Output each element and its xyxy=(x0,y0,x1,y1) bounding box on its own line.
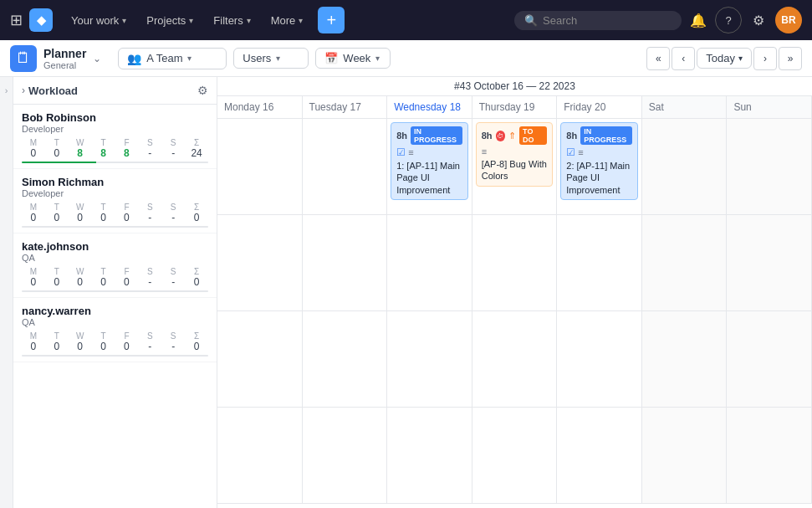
day-label: S xyxy=(138,138,161,147)
main-content: › › Workload ⚙ Bob RobinsonDeveloperMTWT… xyxy=(0,77,812,508)
calendar-cell xyxy=(642,311,728,408)
calendar-body: 8hIN PROGRESS☑≡1: [AP-11] Main Page UI I… xyxy=(217,119,812,508)
your-work-chevron: ▾ xyxy=(122,16,126,25)
day-value: 0 xyxy=(69,212,92,223)
calendar-cell xyxy=(217,215,303,311)
search-box[interactable]: 🔍 xyxy=(514,11,682,30)
day-value: 0 xyxy=(45,341,69,352)
team-icon: 👥 xyxy=(127,52,141,65)
projects-nav[interactable]: Projects ▾ xyxy=(138,11,202,30)
days-header: Monday 16Tuesday 17Wednesday 18Thursday … xyxy=(217,96,812,119)
day-label: M xyxy=(22,203,45,212)
first-week-button[interactable]: « xyxy=(646,47,670,70)
days-grid: MTWTFSSΣ00000--0 xyxy=(22,331,208,357)
day-label: S xyxy=(161,331,185,341)
day-header: Friday 20 xyxy=(557,96,642,118)
calendar-cell xyxy=(727,119,812,215)
notification-button[interactable]: 🔔 xyxy=(685,7,712,33)
day-label: T xyxy=(45,203,69,212)
workload-expand-chevron[interactable]: › xyxy=(22,85,25,96)
sidebar-users: Bob RobinsonDeveloperMTWTFSSΣ00888--24Si… xyxy=(13,105,217,362)
grid-icon[interactable]: ⊞ xyxy=(10,11,23,29)
task-icons: ☑≡ xyxy=(396,146,462,158)
app-title: Planner General xyxy=(43,47,86,70)
status-badge: IN PROGRESS xyxy=(580,126,632,145)
settings-button[interactable]: ⚙ xyxy=(745,7,772,33)
avatar[interactable]: BR xyxy=(775,7,802,33)
day-value: 0 xyxy=(22,147,45,159)
more-nav[interactable]: More ▾ xyxy=(263,11,312,30)
user-name: kate.johnson xyxy=(22,240,208,253)
day-value: 0 xyxy=(22,276,45,288)
app-title-sub: General xyxy=(43,60,86,70)
day-label: M xyxy=(22,331,45,341)
logo[interactable]: ◆ xyxy=(29,8,53,32)
calendar-cell: 8hIN PROGRESS☑≡2: [AP-11] Main Page UI I… xyxy=(557,119,642,215)
week-dropdown[interactable]: 📅 Week ▾ xyxy=(315,48,391,69)
user-name: Simon Richman xyxy=(22,176,208,188)
task-card[interactable]: 8hIN PROGRESS☑≡2: [AP-11] Main Page UI I… xyxy=(560,122,638,200)
day-value: 0 xyxy=(22,212,45,223)
day-label: Σ xyxy=(185,203,208,212)
calendar-cell xyxy=(472,215,558,311)
calendar-cell xyxy=(303,408,388,504)
user-role: Developer xyxy=(22,188,208,198)
day-value: 0 xyxy=(185,276,208,288)
day-value: - xyxy=(138,212,161,223)
clock-icon: ⏱ xyxy=(496,131,506,141)
prev-week-button[interactable]: ‹ xyxy=(672,47,695,70)
day-value: 0 xyxy=(115,341,139,352)
day-value: 8 xyxy=(115,147,139,159)
gear-icon[interactable]: ⚙ xyxy=(197,84,208,97)
day-label: Σ xyxy=(185,138,208,147)
sidebar-expand[interactable]: › xyxy=(0,77,13,508)
users-dropdown[interactable]: Users ▾ xyxy=(233,48,309,69)
today-label: Today xyxy=(706,52,735,64)
calendar-cell xyxy=(642,215,728,311)
day-label: M xyxy=(22,267,45,276)
day-value: 0 xyxy=(45,212,69,223)
day-value: 0 xyxy=(185,212,208,223)
your-work-label: Your work xyxy=(71,14,119,27)
task-title: 1: [AP-11] Main Page UI Improvement xyxy=(396,160,462,196)
next-week-button[interactable]: › xyxy=(753,47,777,70)
day-label: Σ xyxy=(185,267,208,276)
day-label: S xyxy=(161,203,185,212)
add-button[interactable]: + xyxy=(318,7,345,33)
calendar-cell xyxy=(557,311,642,408)
day-value: 0 xyxy=(92,276,115,288)
filters-nav[interactable]: Filters ▾ xyxy=(205,11,258,30)
calendar-cell xyxy=(303,311,388,408)
projects-chevron: ▾ xyxy=(189,16,193,25)
status-badge: TO DO xyxy=(519,126,547,145)
task-card[interactable]: 8hIN PROGRESS☑≡1: [AP-11] Main Page UI I… xyxy=(391,122,468,200)
calendar-cell xyxy=(642,119,728,215)
your-work-nav[interactable]: Your work ▾ xyxy=(63,11,135,30)
sidebar-user-row: kate.johnsonQAMTWTFSSΣ00000--0 xyxy=(13,233,217,298)
task-icons: ≡ xyxy=(482,146,548,157)
calendar-cell xyxy=(642,408,728,504)
task-hours: 8h xyxy=(566,131,577,141)
help-button[interactable]: ? xyxy=(715,7,742,33)
today-button[interactable]: Today ▾ xyxy=(697,48,752,69)
day-label: S xyxy=(161,267,185,276)
team-dropdown[interactable]: 👥 A Team ▾ xyxy=(118,48,227,69)
day-header: Sun xyxy=(727,96,812,118)
day-value: - xyxy=(138,147,161,159)
day-header: Sat xyxy=(642,96,728,118)
task-header: 8hIN PROGRESS xyxy=(396,126,462,145)
days-underline xyxy=(22,226,208,228)
search-input[interactable] xyxy=(543,14,660,27)
sidebar: › Workload ⚙ Bob RobinsonDeveloperMTWTFS… xyxy=(13,77,217,508)
day-label: S xyxy=(138,267,161,276)
last-week-button[interactable]: » xyxy=(779,47,802,70)
app-icon: 🗒 xyxy=(10,45,37,72)
app-title-chevron[interactable]: ⌄ xyxy=(93,53,101,64)
task-card[interactable]: 8h⏱⇑TO DO≡[AP-8] Bug With Colors xyxy=(476,122,554,187)
day-label: W xyxy=(69,267,92,276)
day-header: Thursday 19 xyxy=(472,96,558,118)
day-value: 0 xyxy=(69,276,92,288)
days-underline xyxy=(22,355,208,357)
day-label: T xyxy=(92,138,115,147)
day-label: W xyxy=(69,331,92,341)
